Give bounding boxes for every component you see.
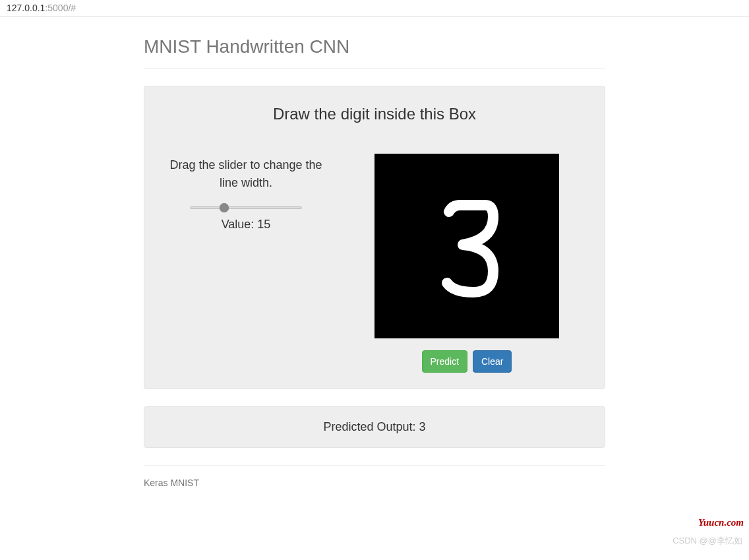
browser-address-bar[interactable]: 127.0.0.1:5000/# (0, 0, 749, 16)
button-row: Predict Clear (345, 350, 589, 373)
slider-column: Drag the slider to change the line width… (160, 154, 332, 373)
page-title: MNIST Handwritten CNN (144, 36, 605, 57)
main-container: MNIST Handwritten CNN Draw the digit ins… (144, 16, 605, 488)
footer-divider (144, 465, 605, 466)
slider-value-number: 15 (257, 218, 270, 231)
footer-text: Keras MNIST (144, 478, 605, 488)
output-value: 3 (419, 420, 426, 433)
address-host: 127.0.0.1 (7, 3, 45, 13)
digit-svg (374, 154, 559, 338)
clear-button[interactable]: Clear (473, 350, 512, 373)
slider-value-display: Value: 15 (160, 218, 332, 232)
slider-label: Drag the slider to change the line width… (160, 156, 332, 192)
output-label: Predicted Output: (323, 420, 419, 433)
output-text: Predicted Output: 3 (323, 420, 425, 433)
slider-value-prefix: Value: (222, 218, 258, 231)
draw-panel: Draw the digit inside this Box Drag the … (144, 86, 605, 389)
canvas-column: Predict Clear (345, 154, 589, 373)
output-panel: Predicted Output: 3 (144, 406, 605, 448)
line-width-slider[interactable] (190, 206, 302, 210)
panel-heading: Draw the digit inside this Box (160, 105, 589, 123)
title-divider (144, 68, 605, 69)
predict-button[interactable]: Predict (422, 350, 468, 373)
drawing-canvas[interactable] (374, 154, 559, 338)
panel-row: Drag the slider to change the line width… (160, 154, 589, 373)
address-path: :5000/# (45, 3, 76, 13)
